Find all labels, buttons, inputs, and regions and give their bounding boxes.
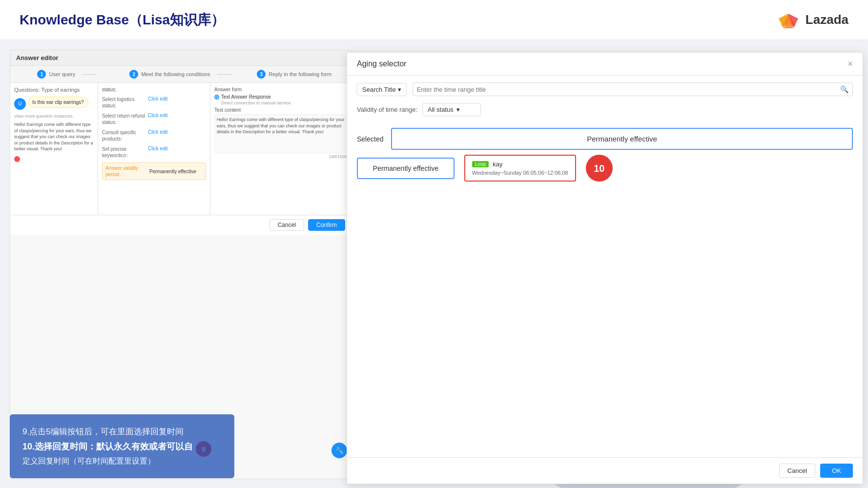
- search-input-box: 🔍: [413, 82, 853, 96]
- chat-bubble: Is this ear clip earrings?: [28, 97, 88, 108]
- search-input[interactable]: [417, 86, 837, 93]
- step-1-num: 1: [37, 70, 46, 79]
- validity-chevron-icon: ▾: [456, 106, 460, 113]
- answer-editor-title: Answer editor: [10, 50, 351, 66]
- validity-value: All status: [428, 106, 454, 113]
- search-area: Search Title ▾ 🔍: [347, 76, 863, 103]
- lazada-logo-icon: [776, 9, 801, 31]
- aging-dialog: Aging selector × Search Title ▾ 🔍 Validi…: [347, 52, 863, 484]
- option-kay-subtitle: Wednesday~Sunday 06:05:06~12:06:08: [472, 170, 568, 176]
- confirm-button[interactable]: Confirm: [308, 219, 345, 231]
- chat-avatar: U: [14, 98, 26, 110]
- option-loop-kay[interactable]: Loop kay Wednesday~Sunday 06:05:06~12:06…: [464, 155, 576, 182]
- step-3-label: Reply in the following form: [269, 71, 331, 77]
- validity-select[interactable]: All status ▾: [422, 103, 481, 116]
- lazada-logo: Lazada: [776, 9, 848, 31]
- validity-row: Validity of time range: All status ▾: [347, 103, 863, 123]
- instruction-line-3: 定义回复时间（可在时间配置里设置）: [22, 454, 222, 468]
- field-value-0[interactable]: Click edit: [148, 96, 168, 102]
- float-action-icon: 🔧: [335, 447, 344, 454]
- steps-bar: 1 User query 2 Meet the following condit…: [10, 66, 351, 83]
- question-label: Questions: Type of earrings: [14, 87, 94, 93]
- field-row-0: Select logistics status: Click edit: [102, 96, 206, 109]
- loop-badge: Loop: [472, 161, 489, 167]
- chat-text: Hello! Earrings come with different type…: [14, 122, 94, 152]
- step-2: 2 Meet the following conditions: [124, 70, 238, 79]
- cancel-button[interactable]: Cancel: [269, 219, 304, 231]
- step-3-num: 3: [257, 70, 266, 79]
- step-10-text: 10: [594, 163, 604, 174]
- dialog-footer: Cancel OK: [347, 457, 863, 484]
- search-title-dropdown[interactable]: Search Title ▾: [357, 83, 407, 96]
- field-label-0: Select logistics status:: [102, 96, 146, 109]
- highlighted-row-validity: Answer validity period: Permanently effe…: [102, 163, 206, 180]
- page-title: Knowledge Base（Lisa知识库）: [20, 11, 225, 29]
- field-row-1: Select return refund status: Click edit: [102, 113, 206, 125]
- validity-label: Validity of time range:: [357, 106, 417, 113]
- step-10-badge: 10: [586, 155, 613, 182]
- radio-dot: [214, 95, 219, 100]
- instruction-box: 9.点击5编辑按钮后，可在里面选择回复时间 10.选择回复时间：默认永久有效或者…: [10, 414, 234, 478]
- validity-field-value: Permanently effective: [149, 169, 196, 174]
- search-title-label: Search Title: [362, 86, 396, 93]
- view-more-label: View more question instances.: [14, 114, 94, 119]
- text-content-label: Text content: [214, 107, 347, 113]
- float-action-button[interactable]: 🔧: [331, 443, 347, 458]
- answer-form-label: Answer form: [214, 87, 347, 92]
- option-permanently-effective[interactable]: Permanently effective: [357, 158, 455, 179]
- right-col: Answer form Text Answer Response Direct …: [210, 83, 351, 215]
- aging-dialog-title: Aging selector: [357, 60, 406, 68]
- step-2-num: 2: [129, 70, 138, 79]
- step-2-label: Meet the following conditions: [141, 71, 210, 77]
- field-value-3[interactable]: Click edit: [148, 146, 168, 151]
- char-count: 190/1500: [214, 154, 347, 159]
- radio-option-text[interactable]: Text Answer Response: [214, 94, 347, 100]
- instruction-line-1: 9.点击5编辑按钮后，可在里面选择回复时间: [22, 425, 222, 439]
- step-1: 1 User query: [10, 70, 124, 79]
- status-label: status:: [102, 87, 122, 92]
- text-content-box: Hello! Earrings come with different type…: [214, 114, 347, 153]
- radio-label: Text Answer Response: [221, 94, 271, 100]
- field-label-1: Select return refund status:: [102, 113, 146, 125]
- lazada-brand-text: Lazada: [806, 12, 848, 27]
- dialog-ok-button[interactable]: OK: [820, 464, 853, 478]
- step-3: 3 Reply in the following form: [237, 70, 351, 79]
- instruction-line-2: 10.选择回复时间：默认永久有效或者可以自: [22, 439, 222, 454]
- field-label-3: Set precise keywords⊙:: [102, 146, 146, 159]
- left-col: Questions: Type of earrings U Is this ea…: [10, 83, 98, 215]
- close-icon[interactable]: ×: [847, 60, 853, 68]
- field-value-2[interactable]: Click edit: [148, 129, 168, 135]
- editor-footer: Cancel Confirm: [10, 215, 351, 235]
- dialog-cancel-button[interactable]: Cancel: [779, 464, 815, 478]
- header: Knowledge Base（Lisa知识库） Lazada: [0, 0, 868, 40]
- aging-dialog-header: Aging selector ×: [347, 53, 863, 76]
- search-icon: 🔍: [840, 85, 848, 93]
- middle-col: status: Select logistics status: Click e…: [98, 83, 210, 215]
- step-1-label: User query: [49, 71, 75, 77]
- option-kay-title: kay: [493, 161, 502, 168]
- chevron-down-icon: ▾: [398, 86, 401, 93]
- selected-area: Selected Permanently effective: [347, 123, 863, 155]
- field-row-2: Consult specific products: Click edit: [102, 129, 206, 142]
- field-row-status: status:: [102, 87, 206, 92]
- field-row-3: Set precise keywords⊙: Click edit: [102, 146, 206, 159]
- field-value-1[interactable]: Click edit: [148, 113, 168, 118]
- options-and-badge: Permanently effective Loop kay Wednesday…: [347, 155, 863, 182]
- selected-label: Selected: [357, 135, 383, 143]
- selected-value-box: Permanently effective: [391, 128, 853, 150]
- validity-field-label: Answer validity period:: [105, 165, 149, 178]
- editor-body: Questions: Type of earrings U Is this ea…: [10, 83, 351, 215]
- sub-label: Direct connection to manual service: [221, 101, 347, 105]
- field-label-2: Consult specific products:: [102, 129, 146, 142]
